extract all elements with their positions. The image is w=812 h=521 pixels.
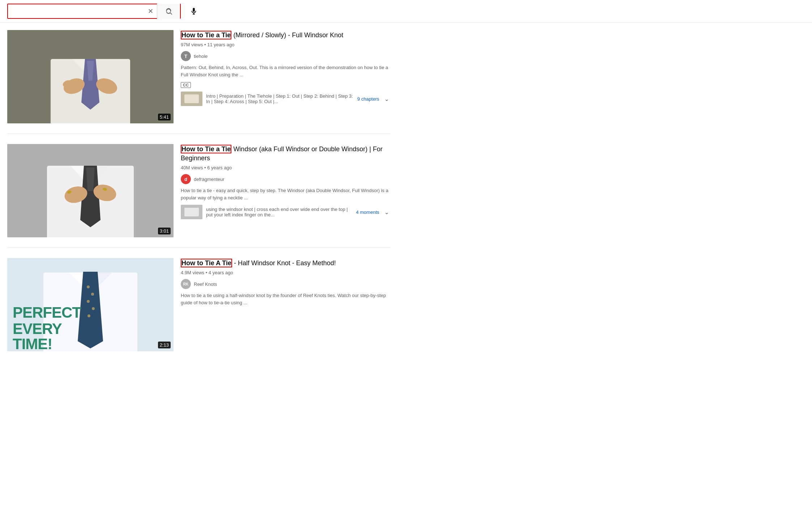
video-meta-1: 97M views • 11 years ago bbox=[181, 42, 390, 47]
svg-text:EVERY: EVERY bbox=[13, 320, 62, 337]
chapters-text-2: using the windsor knot | cross each end … bbox=[206, 207, 352, 217]
thumbnail-container-1: 5:41 bbox=[7, 30, 174, 123]
duration-badge-2: 3:01 bbox=[158, 228, 171, 234]
chapters-thumb-img-2 bbox=[181, 205, 202, 219]
channel-row-1: T tiehole bbox=[181, 51, 390, 61]
svg-point-31 bbox=[87, 300, 90, 303]
expand-chapters-button-2[interactable]: ⌄ bbox=[383, 209, 390, 216]
video-desc-3: How to tie a tie using a half-windsor kn… bbox=[181, 292, 390, 306]
chapters-count-2[interactable]: 4 moments bbox=[356, 209, 379, 215]
channel-avatar-1[interactable]: T bbox=[181, 51, 191, 61]
duration-badge-3: 2:13 bbox=[158, 342, 171, 348]
channel-row-2: d defragmenteur bbox=[181, 174, 390, 184]
views-3: 4.9M views bbox=[181, 270, 204, 275]
svg-rect-23 bbox=[184, 208, 199, 216]
svg-text:PERFECT: PERFECT bbox=[13, 304, 81, 321]
channel-avatar-2[interactable]: d bbox=[181, 174, 191, 184]
mic-icon bbox=[190, 7, 198, 15]
video-meta-3: 4.9M views • 4 years ago bbox=[181, 270, 390, 275]
thumbnail-image-1 bbox=[7, 30, 174, 123]
title-rest-1: (Mirrored / Slowly) - Full Windsor Knot bbox=[231, 31, 343, 39]
video-result-2: 3:01 How to Tie a Tie Windsor (aka Full … bbox=[7, 144, 390, 237]
video-desc-2: How to tie a tie - easy and quick, step … bbox=[181, 187, 390, 201]
avatar-image-3: RK bbox=[181, 279, 191, 289]
svg-point-32 bbox=[92, 307, 95, 310]
thumbnail-3[interactable]: PERFECT EVERY TIME! bbox=[7, 258, 174, 351]
avatar-image-1: T bbox=[181, 51, 191, 61]
thumbnail-2[interactable] bbox=[7, 144, 174, 237]
channel-name-2[interactable]: defragmenteur bbox=[194, 177, 225, 182]
search-results: 5:41 How to Tie a Tie (Mirrored / Slowly… bbox=[0, 23, 398, 369]
search-clear-button[interactable]: ✕ bbox=[144, 7, 157, 15]
thumbnail-container-2: 3:01 bbox=[7, 144, 174, 237]
video-desc-1: Pattern: Out, Behind, In, Across, Out. T… bbox=[181, 64, 390, 78]
channel-name-1[interactable]: tiehole bbox=[194, 54, 208, 59]
divider-1 bbox=[7, 134, 390, 134]
thumbnail-container-3: PERFECT EVERY TIME! 2:13 bbox=[7, 258, 174, 351]
chapters-thumb-2 bbox=[181, 205, 202, 219]
expand-chapters-button-1[interactable]: ⌄ bbox=[383, 96, 390, 102]
age-2: 6 years ago bbox=[207, 165, 232, 170]
video-info-2: How to Tie a Tie Windsor (aka Full Winds… bbox=[181, 144, 390, 237]
svg-text:TIME!: TIME! bbox=[13, 335, 52, 351]
divider-2 bbox=[7, 247, 390, 248]
title-highlight-1: How to Tie a Tie bbox=[181, 31, 231, 39]
thumbnail-1[interactable] bbox=[7, 30, 174, 123]
video-info-3: How to Tie A Tie - Half Windsor Knot - E… bbox=[181, 258, 390, 351]
video-title-1[interactable]: How to Tie a Tie (Mirrored / Slowly) - F… bbox=[181, 31, 390, 40]
channel-row-3: RK Reef Knots bbox=[181, 279, 390, 289]
search-input[interactable]: how to tie a tie bbox=[8, 4, 144, 18]
age-3: 4 years ago bbox=[209, 270, 233, 275]
chapters-thumb-1 bbox=[181, 92, 202, 106]
video-title-2[interactable]: How to Tie a Tie Windsor (aka Full Winds… bbox=[181, 145, 390, 163]
age-1: 11 years ago bbox=[207, 42, 234, 47]
header: how to tie a tie ✕ bbox=[0, 0, 812, 23]
search-container: how to tie a tie ✕ bbox=[7, 4, 181, 19]
duration-badge-1: 5:41 bbox=[158, 114, 171, 120]
video-result-1: 5:41 How to Tie a Tie (Mirrored / Slowly… bbox=[7, 30, 390, 123]
video-meta-2: 40M views • 6 years ago bbox=[181, 165, 390, 170]
chapters-row-2: using the windsor knot | cross each end … bbox=[181, 205, 390, 219]
thumbnail-image-3: PERFECT EVERY TIME! bbox=[7, 258, 174, 351]
views-1: 97M views bbox=[181, 42, 203, 47]
mic-button[interactable] bbox=[187, 4, 201, 18]
search-button[interactable] bbox=[157, 4, 180, 19]
svg-point-30 bbox=[91, 293, 94, 296]
svg-point-33 bbox=[87, 314, 90, 317]
svg-rect-11 bbox=[184, 94, 199, 103]
chapters-thumb-img-1 bbox=[181, 92, 202, 106]
video-result-3: PERFECT EVERY TIME! 2:13 How to Tie A Ti… bbox=[7, 258, 390, 351]
thumbnail-image-2 bbox=[7, 144, 174, 237]
chapters-row-1: Intro | Preparation | The Tiehole | Step… bbox=[181, 92, 390, 106]
channel-name-3[interactable]: Reef Knots bbox=[194, 281, 217, 287]
svg-point-29 bbox=[87, 285, 90, 288]
title-rest-3: - Half Windsor Knot - Easy Method! bbox=[232, 259, 336, 267]
views-2: 40M views bbox=[181, 165, 203, 170]
avatar-image-2: d bbox=[181, 174, 191, 184]
chapters-text-1: Intro | Preparation | The Tiehole | Step… bbox=[206, 93, 354, 104]
cc-badge-1: CC bbox=[181, 82, 191, 88]
title-highlight-3: How to Tie A Tie bbox=[181, 259, 232, 267]
svg-marker-17 bbox=[86, 168, 95, 191]
title-highlight-2: How to Tie a Tie bbox=[181, 145, 231, 153]
video-info-1: How to Tie a Tie (Mirrored / Slowly) - F… bbox=[181, 30, 390, 123]
video-title-3[interactable]: How to Tie A Tie - Half Windsor Knot - E… bbox=[181, 259, 390, 268]
channel-avatar-3[interactable]: RK bbox=[181, 279, 191, 289]
search-icon bbox=[165, 8, 172, 15]
chapters-count-1[interactable]: 9 chapters bbox=[357, 96, 379, 102]
